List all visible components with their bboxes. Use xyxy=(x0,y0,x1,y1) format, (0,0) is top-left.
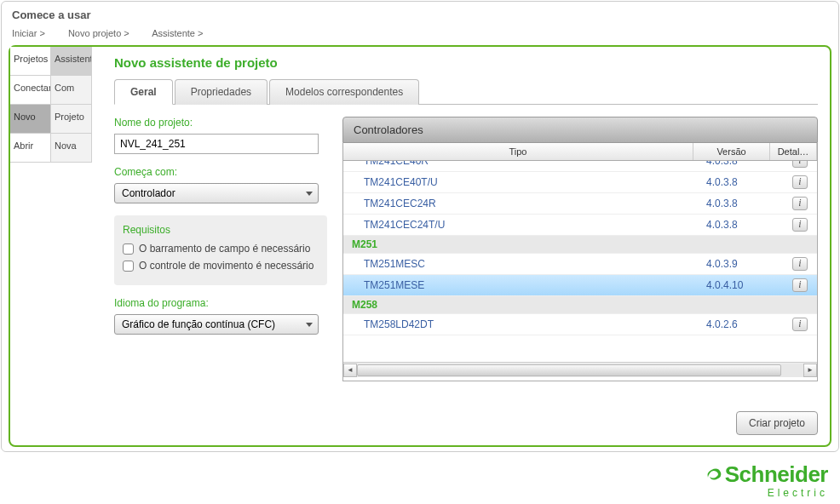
header-title: Comece a usar xyxy=(12,9,828,21)
controller-row[interactable]: TM241CE40T/U4.0.3.8i xyxy=(343,172,817,193)
main-area: Novo assistente de projeto Geral Proprie… xyxy=(102,47,830,445)
app-window: Comece a usar Iniciar > Novo projeto > A… xyxy=(1,1,839,452)
breadcrumb-item[interactable]: Assistente > xyxy=(152,28,203,38)
controller-detail-cell: i xyxy=(783,175,817,189)
controller-version: 4.0.4.10 xyxy=(706,279,783,291)
controllers-panel: Controladores Tipo Versão Detal… TM241CE… xyxy=(342,117,818,381)
logo-brand: Schneider xyxy=(705,461,828,490)
grid-group-row: M258 xyxy=(343,296,817,314)
controller-type: TM251MESE xyxy=(343,279,706,291)
controller-detail-cell: i xyxy=(783,278,817,292)
left-tab-container: Projetos Conectar Novo Abrir Assistente … xyxy=(10,47,102,445)
scroll-track[interactable] xyxy=(357,364,803,377)
subtab-projeto[interactable]: Projeto xyxy=(51,105,92,134)
logo-swirl-icon xyxy=(705,464,723,490)
controller-type: TM241CEC24T/U xyxy=(343,219,706,231)
starts-with-value: Controlador xyxy=(122,187,175,199)
horizontal-tabs: Geral Propriedades Modelos correspondent… xyxy=(114,78,818,105)
schneider-logo: Schneider Electric xyxy=(705,461,828,499)
col-tipo[interactable]: Tipo xyxy=(343,143,693,160)
language-label: Idioma do programa: xyxy=(114,297,327,309)
controllers-header: Controladores xyxy=(342,117,818,143)
info-icon[interactable]: i xyxy=(792,161,808,168)
subtab-assistente[interactable]: Assistente xyxy=(51,47,92,76)
requirements-label: Requisitos xyxy=(123,224,319,236)
controller-version: 4.0.3.8 xyxy=(706,176,783,188)
controller-type: TM241CE40R xyxy=(343,161,706,167)
controller-version: 4.0.3.8 xyxy=(706,198,783,209)
language-select[interactable]: Gráfico de função contínua (CFC) xyxy=(114,314,319,335)
breadcrumb-item[interactable]: Novo projeto > xyxy=(68,28,129,38)
col-versao[interactable]: Versão xyxy=(693,143,770,160)
project-name-label: Nome do projeto: xyxy=(114,117,327,129)
tab-projetos[interactable]: Projetos xyxy=(10,47,51,76)
tab-content: Nome do projeto: Começa com: Controlador… xyxy=(114,105,818,381)
controller-row[interactable]: TM241CE40R4.0.3.8i xyxy=(343,161,817,172)
controller-type: TM251MESC xyxy=(343,258,706,270)
req-motion-checkbox[interactable]: O controle de movimento é necessário xyxy=(123,260,319,272)
controller-version: 4.0.2.6 xyxy=(706,318,783,330)
tab-propriedades[interactable]: Propriedades xyxy=(175,79,268,105)
form-column: Nome do projeto: Começa com: Controlador… xyxy=(114,117,327,381)
info-icon[interactable]: i xyxy=(792,257,808,271)
req-fieldbus-label: O barramento de campo é necessário xyxy=(139,243,310,255)
checkbox-icon xyxy=(123,261,134,272)
tab-novo[interactable]: Novo xyxy=(10,105,51,134)
tab-conectar[interactable]: Conectar xyxy=(10,76,51,105)
info-icon[interactable]: i xyxy=(792,175,808,189)
subtab-nova[interactable]: Nova xyxy=(51,134,92,163)
controller-row[interactable]: TM241CEC24R4.0.3.8i xyxy=(343,193,817,215)
req-motion-label: O controle de movimento é necessário xyxy=(139,260,314,272)
controller-type: TM241CEC24R xyxy=(343,198,706,209)
controller-row[interactable]: TM258LD42DT4.0.2.6i xyxy=(343,314,817,335)
grid-columns: Tipo Versão Detal… xyxy=(343,143,817,161)
controller-version: 4.0.3.8 xyxy=(706,161,783,167)
wizard-title: Novo assistente de projeto xyxy=(114,55,818,70)
left-tab-col-2: Assistente Com Projeto Nova xyxy=(51,47,92,445)
grid-group-row: M251 xyxy=(343,236,817,254)
controller-row[interactable]: TM251MESC4.0.3.9i xyxy=(343,254,817,275)
checkbox-icon xyxy=(123,243,134,255)
scroll-thumb[interactable] xyxy=(357,364,781,376)
language-value: Gráfico de função contínua (CFC) xyxy=(122,318,275,330)
controller-type: TM241CE40T/U xyxy=(343,176,706,188)
controllers-grid: Tipo Versão Detal… TM241CE40R4.0.3.8iTM2… xyxy=(342,143,818,381)
starts-with-label: Começa com: xyxy=(114,166,327,178)
create-project-button[interactable]: Criar projeto xyxy=(736,411,818,435)
controller-detail-cell: i xyxy=(783,197,817,210)
left-tab-col-1: Projetos Conectar Novo Abrir xyxy=(10,47,51,445)
main-frame: Projetos Conectar Novo Abrir Assistente … xyxy=(9,45,831,447)
controller-row[interactable]: TM251MESE4.0.4.10i xyxy=(343,275,817,296)
info-icon[interactable]: i xyxy=(792,218,808,232)
controller-version: 4.0.3.8 xyxy=(706,219,783,231)
breadcrumb: Iniciar > Novo projeto > Assistente > xyxy=(2,25,838,45)
controller-detail-cell: i xyxy=(783,161,817,168)
controller-type: TM258LD42DT xyxy=(343,318,706,330)
controller-detail-cell: i xyxy=(783,218,817,232)
starts-with-select[interactable]: Controlador xyxy=(114,183,319,203)
tab-geral[interactable]: Geral xyxy=(114,79,173,105)
grid-body[interactable]: TM241CE40R4.0.3.8iTM241CE40T/U4.0.3.8iTM… xyxy=(343,161,817,362)
scroll-right-icon[interactable]: ► xyxy=(803,364,817,377)
breadcrumb-item[interactable]: Iniciar > xyxy=(12,28,45,38)
info-icon[interactable]: i xyxy=(792,197,808,210)
tab-abrir[interactable]: Abrir xyxy=(10,134,51,163)
controller-detail-cell: i xyxy=(783,257,817,271)
controller-detail-cell: i xyxy=(783,318,817,331)
col-detalhes[interactable]: Detal… xyxy=(770,143,817,160)
req-fieldbus-checkbox[interactable]: O barramento de campo é necessário xyxy=(123,243,319,255)
requirements-box: Requisitos O barramento de campo é neces… xyxy=(114,215,327,285)
controller-version: 4.0.3.9 xyxy=(706,258,783,270)
controller-row[interactable]: TM241CEC24T/U4.0.3.8i xyxy=(343,215,817,236)
header: Comece a usar xyxy=(2,2,838,25)
tab-modelos[interactable]: Modelos correspondentes xyxy=(269,79,419,105)
subtab-com[interactable]: Com xyxy=(51,76,92,105)
horizontal-scrollbar[interactable]: ◄ ► xyxy=(343,362,817,377)
info-icon[interactable]: i xyxy=(792,278,808,292)
scroll-left-icon[interactable]: ◄ xyxy=(343,364,357,377)
info-icon[interactable]: i xyxy=(792,318,808,331)
project-name-input[interactable] xyxy=(114,134,319,154)
